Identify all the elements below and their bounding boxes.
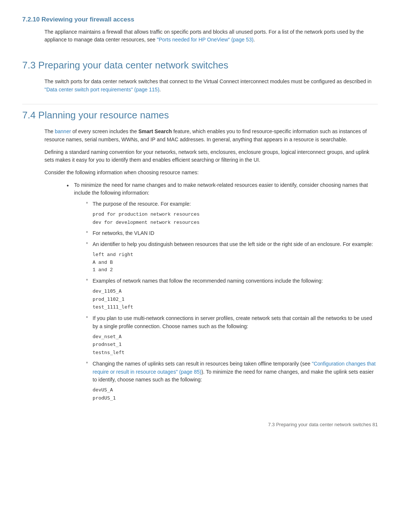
bullet-item-1: To minimize the need for name changes an… (67, 181, 378, 403)
text-firewall-after: . (253, 37, 255, 43)
text-purpose: The purpose of the resource. For example… (93, 201, 191, 207)
code-left-right: left and right A and B 1 and 2 (93, 251, 378, 274)
link-ports-hp-oneview[interactable]: "Ports needed for HP OneView" (page 53) (157, 37, 254, 43)
code-nset: dev_nset_A prodnset_1 testns_left (93, 333, 378, 357)
heading-7-2-10: 7.2.10 Reviewing your firewall access (22, 15, 378, 24)
text-smart-search-bold: Smart Search (139, 128, 172, 134)
sub-item-multi-network: If you plan to use multi-network connect… (85, 314, 378, 357)
text-examples: Examples of network names that follow th… (93, 278, 323, 284)
code-line-prod1102: prod_1102_1 (93, 296, 378, 304)
heading-7-3: 7.3 Preparing your data center network s… (22, 54, 378, 73)
paragraph-switches: The switch ports for data center network… (44, 78, 378, 94)
code-line-prodnset: prodnset_1 (93, 341, 378, 349)
code-line-prod: prod for production network resources (93, 211, 378, 219)
code-line-devUS: devUS_A (93, 386, 378, 394)
link-banner[interactable]: banner (55, 128, 71, 134)
text-multi-network: If you plan to use multi-network connect… (93, 315, 372, 329)
text-switches-before: The switch ports for data center network… (44, 78, 371, 84)
paragraph-naming-convention: Defining a standard naming convention fo… (44, 148, 378, 164)
section-7-4-content: The banner of every screen includes the … (44, 128, 378, 402)
text-vlan: For networks, the VLAN ID (93, 230, 154, 236)
code-prod-dev: prod for production network resources de… (93, 211, 378, 227)
text-consider: Consider the following information when … (44, 169, 199, 175)
heading-7-4: 7.4 Planning your resource names (22, 104, 378, 122)
code-line-dev: dev for development network resources (93, 219, 378, 227)
sub-item-uplink: Changing the names of uplinks sets can r… (85, 360, 378, 403)
text-naming-convention: Defining a standard naming convention fo… (44, 149, 369, 163)
code-line-prodUS: prodUS_1 (93, 394, 378, 403)
page-footer: 7.3 Preparing your data center network s… (22, 421, 378, 428)
footer-text: 7.3 Preparing your data center network s… (268, 422, 378, 427)
link-data-center-switch-port[interactable]: "Data center switch port requirements" (… (44, 87, 159, 92)
bullet-list-main: To minimize the need for name changes an… (67, 181, 378, 403)
section-7-2-10-content: The appliance maintains a firewall that … (44, 28, 378, 44)
code-line-left-right: left and right (93, 251, 378, 259)
sub-bullet-list: The purpose of the resource. For example… (85, 200, 378, 403)
sub-item-identifier: An identifier to help you distinguish be… (85, 240, 378, 274)
bullet-1-text: To minimize the need for name changes an… (74, 182, 368, 196)
text-uplink-before: Changing the names of uplinks sets can r… (93, 361, 312, 367)
text-identifier: An identifier to help you distinguish be… (93, 241, 373, 247)
code-line-1-2: 1 and 2 (93, 266, 378, 274)
sub-item-vlan: For networks, the VLAN ID (85, 229, 378, 238)
section-7-3: 7.3 Preparing your data center network s… (22, 54, 378, 94)
code-line-dev-nset: dev_nset_A (93, 333, 378, 341)
sub-item-examples: Examples of network names that follow th… (85, 277, 378, 312)
text-the: The (44, 128, 55, 134)
text-switches-after: . (159, 87, 161, 92)
paragraph-firewall: The appliance maintains a firewall that … (44, 28, 378, 44)
section-7-3-content: The switch ports for data center network… (44, 78, 378, 94)
section-7-4: 7.4 Planning your resource names The ban… (22, 104, 378, 402)
code-line-dev1105: dev_1105_A (93, 287, 378, 296)
text-screen: of every screen includes the (71, 128, 139, 134)
code-line-a-b: A and B (93, 259, 378, 267)
code-line-test1111: test_1111_left (93, 303, 378, 312)
paragraph-consider: Consider the following information when … (44, 169, 378, 177)
sub-item-purpose: The purpose of the resource. For example… (85, 200, 378, 226)
section-7-2-10: 7.2.10 Reviewing your firewall access Th… (22, 15, 378, 44)
code-line-testns: testns_left (93, 349, 378, 357)
code-uplink: devUS_A prodUS_1 (93, 386, 378, 403)
paragraph-smart-search: The banner of every screen includes the … (44, 128, 378, 144)
code-examples: dev_1105_A prod_1102_1 test_1111_left (93, 287, 378, 312)
